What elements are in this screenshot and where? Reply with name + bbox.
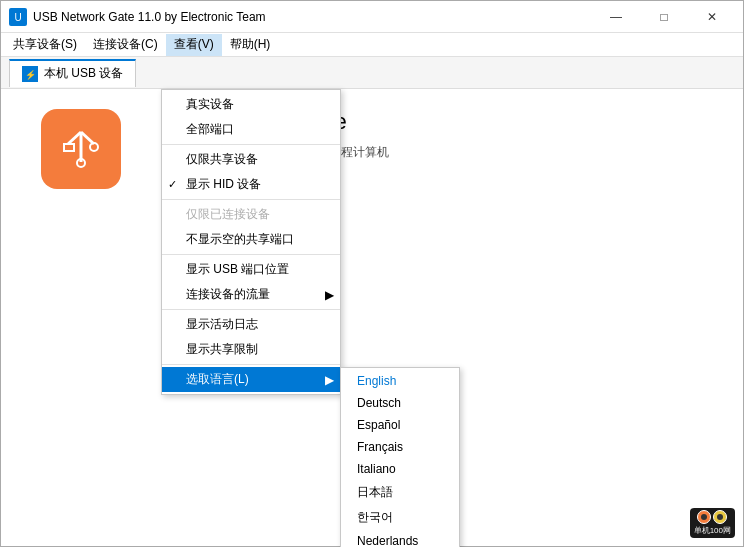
view-hide-empty-label: 不显示空的共享端口 [186, 231, 294, 248]
lang-de[interactable]: Deutsch [341, 392, 459, 414]
menu-help[interactable]: 帮助(H) [222, 34, 279, 56]
view-connected-only: 仅限已连接设备 [162, 202, 340, 227]
close-button[interactable]: ✕ [689, 1, 735, 33]
view-usb-location-label: 显示 USB 端口位置 [186, 261, 289, 278]
menu-bar: 共享设备(S) 连接设备(C) 查看(V) 帮助(H) 真实设备 全部端口 仅限… [1, 33, 743, 57]
svg-line-6 [81, 132, 94, 144]
view-shared-only-label: 仅限共享设备 [186, 151, 258, 168]
view-usb-location[interactable]: 显示 USB 端口位置 [162, 257, 340, 282]
usb-logo [41, 109, 121, 189]
lang-ja[interactable]: 日本語 [341, 480, 459, 505]
menu-view[interactable]: 查看(V) [166, 34, 222, 56]
traffic-arrow-icon: ▶ [325, 288, 334, 302]
watermark-inner-2 [717, 514, 723, 520]
view-context-menu: 真实设备 全部端口 仅限共享设备 ✓ 显示 HID 设备 [161, 89, 341, 395]
separator-4 [162, 309, 340, 310]
app-icon: U [9, 8, 27, 26]
window-title: USB Network Gate 11.0 by Electronic Team [33, 10, 593, 24]
tab-local-usb[interactable]: ⚡ 本机 USB 设备 [9, 59, 136, 87]
view-share-limit-label: 显示共享限制 [186, 341, 258, 358]
window-controls: — □ ✕ [593, 1, 735, 33]
language-arrow-icon: ▶ [325, 373, 334, 387]
title-bar: U USB Network Gate 11.0 by Electronic Te… [1, 1, 743, 33]
view-language[interactable]: 选取语言(L) ▶ English Deutsch Español França… [162, 367, 340, 392]
separator-5 [162, 364, 340, 365]
lang-es[interactable]: Español [341, 414, 459, 436]
watermark-inner-1 [701, 514, 707, 520]
svg-point-8 [90, 143, 98, 151]
view-hid-devices-label: 显示 HID 设备 [186, 176, 261, 193]
lang-it[interactable]: Italiano [341, 458, 459, 480]
minimize-button[interactable]: — [593, 1, 639, 33]
svg-line-5 [68, 132, 81, 144]
view-real-device-label: 真实设备 [186, 96, 234, 113]
view-hide-empty[interactable]: 不显示空的共享端口 [162, 227, 340, 252]
view-activity-log[interactable]: 显示活动日志 [162, 312, 340, 337]
maximize-button[interactable]: □ [641, 1, 687, 33]
watermark-circles [697, 510, 727, 524]
view-connected-only-label: 仅限已连接设备 [186, 206, 270, 223]
separator-1 [162, 144, 340, 145]
view-hid-devices[interactable]: ✓ 显示 HID 设备 [162, 172, 340, 197]
svg-text:⚡: ⚡ [25, 69, 37, 81]
left-panel [21, 109, 141, 526]
menu-connect[interactable]: 连接设备(C) [85, 34, 166, 56]
lang-fr[interactable]: Français [341, 436, 459, 458]
separator-3 [162, 254, 340, 255]
svg-text:U: U [14, 12, 21, 23]
view-language-label: 选取语言(L) [186, 371, 249, 388]
menu-share[interactable]: 共享设备(S) [5, 34, 85, 56]
view-share-limit[interactable]: 显示共享限制 [162, 337, 340, 362]
hid-check-icon: ✓ [168, 178, 177, 191]
separator-2 [162, 199, 340, 200]
lang-en[interactable]: English [341, 370, 459, 392]
view-activity-log-label: 显示活动日志 [186, 316, 258, 333]
watermark-site: 单机100网 [694, 525, 731, 536]
watermark-logo: 单机100网 [690, 508, 735, 538]
main-window: U USB Network Gate 11.0 by Electronic Te… [0, 0, 744, 547]
view-traffic-label: 连接设备的流量 [186, 286, 270, 303]
tab-local-usb-label: 本机 USB 设备 [44, 65, 123, 82]
language-submenu: English Deutsch Español Français Italian… [340, 367, 460, 547]
watermark-circle-2 [713, 510, 727, 524]
usb-tab-icon: ⚡ [22, 66, 38, 82]
watermark: 单机100网 [690, 508, 735, 538]
view-all-ports[interactable]: 全部端口 [162, 117, 340, 142]
lang-nl[interactable]: Nederlands [341, 530, 459, 547]
watermark-circle-1 [697, 510, 711, 524]
view-shared-only[interactable]: 仅限共享设备 [162, 147, 340, 172]
view-traffic[interactable]: 连接设备的流量 ▶ [162, 282, 340, 307]
view-dropdown: 真实设备 全部端口 仅限共享设备 ✓ 显示 HID 设备 [161, 89, 341, 395]
lang-ko[interactable]: 한국어 [341, 505, 459, 530]
view-real-device[interactable]: 真实设备 [162, 92, 340, 117]
tab-bar: ⚡ 本机 USB 设备 [1, 57, 743, 89]
view-all-ports-label: 全部端口 [186, 121, 234, 138]
